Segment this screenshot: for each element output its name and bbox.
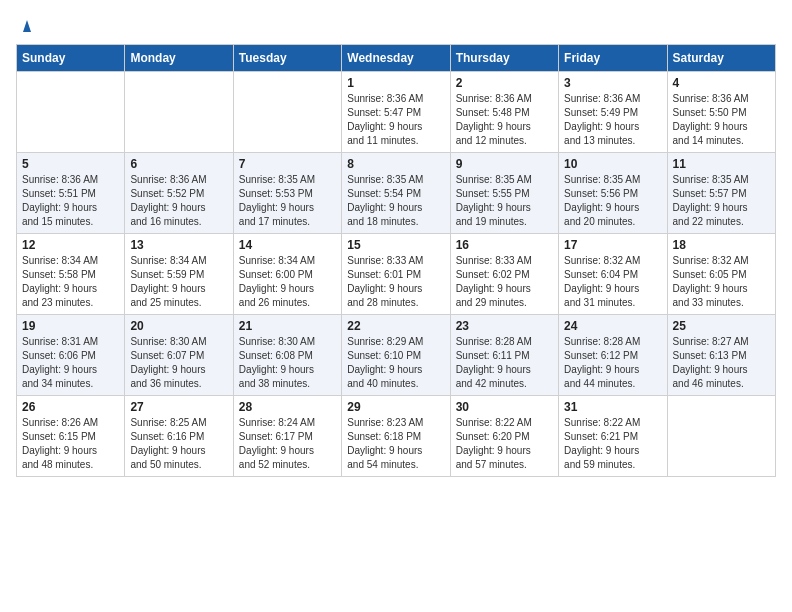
day-number: 9 [456,157,553,171]
calendar-cell: 28Sunrise: 8:24 AM Sunset: 6:17 PM Dayli… [233,396,341,477]
day-number: 5 [22,157,119,171]
day-number: 21 [239,319,336,333]
day-number: 28 [239,400,336,414]
column-header-wednesday: Wednesday [342,45,450,72]
calendar-cell: 1Sunrise: 8:36 AM Sunset: 5:47 PM Daylig… [342,72,450,153]
calendar-cell [667,396,775,477]
day-number: 18 [673,238,770,252]
calendar-cell: 13Sunrise: 8:34 AM Sunset: 5:59 PM Dayli… [125,234,233,315]
day-number: 29 [347,400,444,414]
day-info: Sunrise: 8:36 AM Sunset: 5:48 PM Dayligh… [456,92,553,148]
day-info: Sunrise: 8:34 AM Sunset: 5:58 PM Dayligh… [22,254,119,310]
calendar-cell: 9Sunrise: 8:35 AM Sunset: 5:55 PM Daylig… [450,153,558,234]
calendar-cell: 7Sunrise: 8:35 AM Sunset: 5:53 PM Daylig… [233,153,341,234]
day-number: 19 [22,319,119,333]
calendar-cell: 29Sunrise: 8:23 AM Sunset: 6:18 PM Dayli… [342,396,450,477]
day-info: Sunrise: 8:28 AM Sunset: 6:11 PM Dayligh… [456,335,553,391]
calendar-cell: 14Sunrise: 8:34 AM Sunset: 6:00 PM Dayli… [233,234,341,315]
calendar-cell: 26Sunrise: 8:26 AM Sunset: 6:15 PM Dayli… [17,396,125,477]
column-header-tuesday: Tuesday [233,45,341,72]
column-header-monday: Monday [125,45,233,72]
day-info: Sunrise: 8:35 AM Sunset: 5:53 PM Dayligh… [239,173,336,229]
day-info: Sunrise: 8:36 AM Sunset: 5:47 PM Dayligh… [347,92,444,148]
calendar-cell: 12Sunrise: 8:34 AM Sunset: 5:58 PM Dayli… [17,234,125,315]
calendar-cell: 11Sunrise: 8:35 AM Sunset: 5:57 PM Dayli… [667,153,775,234]
day-info: Sunrise: 8:36 AM Sunset: 5:49 PM Dayligh… [564,92,661,148]
day-number: 13 [130,238,227,252]
calendar-cell [233,72,341,153]
day-info: Sunrise: 8:30 AM Sunset: 6:08 PM Dayligh… [239,335,336,391]
day-number: 1 [347,76,444,90]
column-header-friday: Friday [559,45,667,72]
calendar-cell: 21Sunrise: 8:30 AM Sunset: 6:08 PM Dayli… [233,315,341,396]
calendar-cell: 30Sunrise: 8:22 AM Sunset: 6:20 PM Dayli… [450,396,558,477]
page-header [16,16,776,34]
day-number: 23 [456,319,553,333]
day-number: 11 [673,157,770,171]
svg-marker-0 [23,20,31,32]
calendar-cell: 19Sunrise: 8:31 AM Sunset: 6:06 PM Dayli… [17,315,125,396]
week-row-5: 26Sunrise: 8:26 AM Sunset: 6:15 PM Dayli… [17,396,776,477]
day-number: 14 [239,238,336,252]
day-info: Sunrise: 8:27 AM Sunset: 6:13 PM Dayligh… [673,335,770,391]
day-number: 27 [130,400,227,414]
day-info: Sunrise: 8:32 AM Sunset: 6:04 PM Dayligh… [564,254,661,310]
day-info: Sunrise: 8:33 AM Sunset: 6:02 PM Dayligh… [456,254,553,310]
day-number: 8 [347,157,444,171]
day-number: 17 [564,238,661,252]
day-info: Sunrise: 8:36 AM Sunset: 5:51 PM Dayligh… [22,173,119,229]
calendar-cell: 27Sunrise: 8:25 AM Sunset: 6:16 PM Dayli… [125,396,233,477]
column-header-sunday: Sunday [17,45,125,72]
week-row-2: 5Sunrise: 8:36 AM Sunset: 5:51 PM Daylig… [17,153,776,234]
column-header-saturday: Saturday [667,45,775,72]
day-info: Sunrise: 8:31 AM Sunset: 6:06 PM Dayligh… [22,335,119,391]
day-info: Sunrise: 8:35 AM Sunset: 5:54 PM Dayligh… [347,173,444,229]
calendar-cell: 22Sunrise: 8:29 AM Sunset: 6:10 PM Dayli… [342,315,450,396]
day-number: 7 [239,157,336,171]
day-number: 12 [22,238,119,252]
day-info: Sunrise: 8:22 AM Sunset: 6:20 PM Dayligh… [456,416,553,472]
day-number: 3 [564,76,661,90]
day-number: 31 [564,400,661,414]
day-number: 30 [456,400,553,414]
day-info: Sunrise: 8:36 AM Sunset: 5:52 PM Dayligh… [130,173,227,229]
calendar-cell: 8Sunrise: 8:35 AM Sunset: 5:54 PM Daylig… [342,153,450,234]
day-number: 15 [347,238,444,252]
day-info: Sunrise: 8:34 AM Sunset: 5:59 PM Dayligh… [130,254,227,310]
day-number: 24 [564,319,661,333]
day-number: 10 [564,157,661,171]
day-info: Sunrise: 8:25 AM Sunset: 6:16 PM Dayligh… [130,416,227,472]
day-number: 2 [456,76,553,90]
calendar-cell [17,72,125,153]
day-info: Sunrise: 8:34 AM Sunset: 6:00 PM Dayligh… [239,254,336,310]
day-info: Sunrise: 8:35 AM Sunset: 5:55 PM Dayligh… [456,173,553,229]
logo-triangle-icon [18,16,36,34]
calendar-cell: 24Sunrise: 8:28 AM Sunset: 6:12 PM Dayli… [559,315,667,396]
calendar-cell: 23Sunrise: 8:28 AM Sunset: 6:11 PM Dayli… [450,315,558,396]
calendar-cell: 17Sunrise: 8:32 AM Sunset: 6:04 PM Dayli… [559,234,667,315]
calendar-cell: 5Sunrise: 8:36 AM Sunset: 5:51 PM Daylig… [17,153,125,234]
day-info: Sunrise: 8:26 AM Sunset: 6:15 PM Dayligh… [22,416,119,472]
logo [16,16,36,34]
day-number: 22 [347,319,444,333]
week-row-1: 1Sunrise: 8:36 AM Sunset: 5:47 PM Daylig… [17,72,776,153]
calendar-table: SundayMondayTuesdayWednesdayThursdayFrid… [16,44,776,477]
calendar-cell: 16Sunrise: 8:33 AM Sunset: 6:02 PM Dayli… [450,234,558,315]
calendar-cell: 31Sunrise: 8:22 AM Sunset: 6:21 PM Dayli… [559,396,667,477]
day-number: 25 [673,319,770,333]
calendar-cell: 3Sunrise: 8:36 AM Sunset: 5:49 PM Daylig… [559,72,667,153]
calendar-cell: 10Sunrise: 8:35 AM Sunset: 5:56 PM Dayli… [559,153,667,234]
day-info: Sunrise: 8:22 AM Sunset: 6:21 PM Dayligh… [564,416,661,472]
day-number: 4 [673,76,770,90]
day-number: 20 [130,319,227,333]
day-info: Sunrise: 8:33 AM Sunset: 6:01 PM Dayligh… [347,254,444,310]
day-info: Sunrise: 8:24 AM Sunset: 6:17 PM Dayligh… [239,416,336,472]
calendar-cell: 15Sunrise: 8:33 AM Sunset: 6:01 PM Dayli… [342,234,450,315]
day-number: 16 [456,238,553,252]
column-header-thursday: Thursday [450,45,558,72]
calendar-cell: 6Sunrise: 8:36 AM Sunset: 5:52 PM Daylig… [125,153,233,234]
day-number: 26 [22,400,119,414]
day-info: Sunrise: 8:23 AM Sunset: 6:18 PM Dayligh… [347,416,444,472]
calendar-header-row: SundayMondayTuesdayWednesdayThursdayFrid… [17,45,776,72]
day-info: Sunrise: 8:30 AM Sunset: 6:07 PM Dayligh… [130,335,227,391]
